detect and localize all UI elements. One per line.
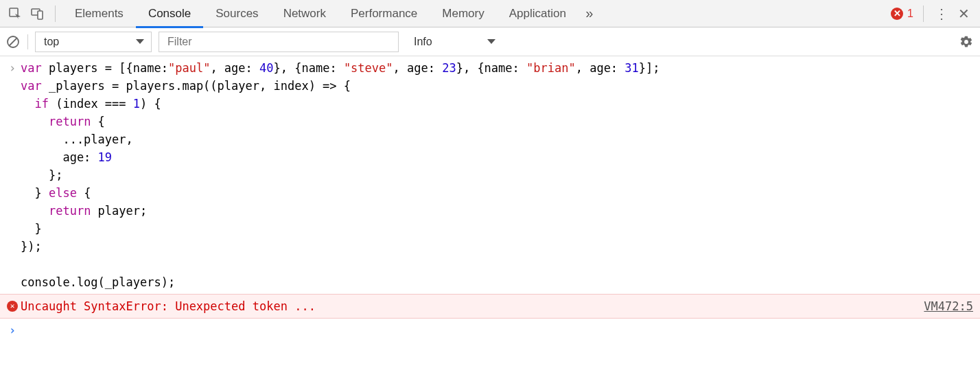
inspect-element-icon[interactable] — [4, 3, 26, 25]
error-count-badge[interactable]: ✕ 1 — [891, 8, 913, 20]
tab-network[interactable]: Network — [271, 0, 338, 27]
console-toolbar: top Info — [0, 27, 980, 56]
filter-input-wrapper — [159, 32, 399, 52]
console-error-entry: ✕ Uncaught SyntaxError: Unexpected token… — [0, 294, 980, 319]
chevron-down-icon — [487, 39, 495, 44]
console-output: › var players = [{name:"paul", age: 40},… — [0, 56, 980, 342]
toggle-device-icon[interactable] — [26, 3, 48, 25]
tab-console[interactable]: Console — [136, 0, 203, 27]
svg-rect-2 — [38, 11, 43, 19]
close-icon[interactable]: ✕ — [953, 3, 975, 25]
error-message: Uncaught SyntaxError: Unexpected token .… — [21, 297, 924, 315]
input-chevron-icon: › — [4, 59, 21, 291]
error-source-link[interactable]: VM472:5 — [924, 297, 973, 315]
tab-sources[interactable]: Sources — [203, 0, 270, 27]
context-label: top — [44, 36, 59, 48]
error-dot-icon: ✕ — [891, 8, 903, 20]
prompt-chevron-icon: › — [4, 321, 21, 339]
console-input-entry: › var players = [{name:"paul", age: 40},… — [0, 56, 980, 294]
more-tabs-icon[interactable]: » — [579, 3, 600, 25]
tab-memory[interactable]: Memory — [430, 0, 496, 27]
svg-line-4 — [10, 38, 17, 45]
filter-input[interactable] — [166, 32, 391, 51]
console-settings-icon[interactable] — [958, 34, 975, 50]
separator — [923, 5, 924, 22]
error-count-text: 1 — [907, 8, 913, 20]
tab-application[interactable]: Application — [497, 0, 579, 27]
console-prompt[interactable]: › — [0, 319, 980, 342]
log-level-selector[interactable]: Info — [406, 36, 495, 48]
devtools-tabbar: Elements Console Sources Network Perform… — [0, 0, 980, 27]
log-level-label: Info — [414, 36, 432, 48]
console-code-block[interactable]: var players = [{name:"paul", age: 40}, {… — [21, 59, 973, 291]
separator — [27, 34, 28, 49]
context-selector[interactable]: top — [35, 32, 152, 52]
clear-console-icon[interactable] — [5, 34, 21, 49]
error-x-icon: ✕ — [7, 301, 18, 312]
separator — [55, 5, 56, 22]
tab-performance[interactable]: Performance — [338, 0, 430, 27]
kebab-menu-icon[interactable]: ⋮ — [931, 3, 953, 25]
chevron-down-icon — [136, 39, 144, 44]
tab-elements[interactable]: Elements — [62, 0, 136, 27]
